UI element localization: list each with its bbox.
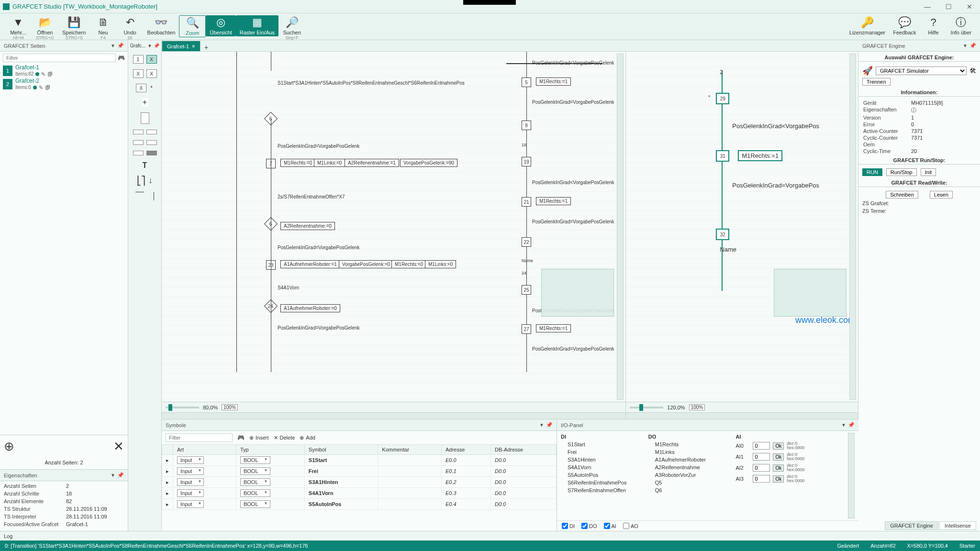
zoom-slider[interactable] bbox=[630, 407, 663, 408]
delete-button[interactable]: ✕Delete bbox=[274, 435, 295, 441]
typ-select[interactable]: BOOL bbox=[240, 456, 270, 464]
zoom-100-button[interactable]: 100% bbox=[689, 404, 705, 410]
symbol-filter-input[interactable] bbox=[166, 433, 233, 442]
gamepad-icon[interactable]: 🎮 bbox=[237, 434, 245, 441]
ok-button[interactable]: Ok bbox=[773, 464, 784, 472]
gear-icon[interactable]: 🛠 bbox=[969, 67, 976, 75]
typ-select[interactable]: BOOL bbox=[240, 467, 270, 475]
page-item[interactable]: 1 Grafcet-1 Items:82 ✎ 🗐 bbox=[0, 64, 128, 77]
close-button[interactable]: ✕ bbox=[965, 2, 974, 11]
gamepad-icon[interactable]: 🎮 bbox=[118, 55, 125, 61]
di-item[interactable]: S7ReifenEntnahmeOffen bbox=[561, 486, 644, 494]
action-box[interactable]: M1Rechts:=0 bbox=[280, 159, 315, 167]
scrollbar-v[interactable] bbox=[848, 433, 855, 518]
stencil-arrow-down[interactable]: ↓ bbox=[148, 176, 153, 186]
action-box[interactable]: M1Links:=0 bbox=[425, 260, 456, 268]
table-row[interactable]: ▸ Input BOOL S4A1VornE0.3D0.0 bbox=[162, 488, 557, 499]
art-select[interactable]: Input bbox=[177, 500, 204, 508]
step-node[interactable]: 21 bbox=[522, 197, 531, 207]
tool-license[interactable]: 🔑Lizenzmanager bbox=[846, 15, 889, 36]
add-tab-button[interactable]: + bbox=[201, 44, 211, 51]
action-box[interactable]: VorgabePosGelenk:=0 bbox=[339, 260, 393, 268]
table-row[interactable]: ▸ Input BOOL S5AutoInPosE0.4D0.0 bbox=[162, 499, 557, 510]
stencil-enclose[interactable] bbox=[141, 112, 149, 124]
stencil-bar3[interactable] bbox=[133, 140, 144, 145]
log-row[interactable]: Log bbox=[0, 531, 980, 540]
io-check[interactable]: AO bbox=[623, 523, 638, 529]
tool-help[interactable]: ?Hilfe bbox=[920, 15, 947, 36]
step-node[interactable]: 31 bbox=[716, 150, 729, 162]
minimap[interactable] bbox=[541, 269, 614, 317]
stencil-step3[interactable]: X bbox=[146, 69, 157, 78]
do-item[interactable]: A1AufnehmerRoboter bbox=[648, 456, 731, 463]
ai-input[interactable] bbox=[753, 464, 770, 472]
disconnect-button[interactable]: Trennen bbox=[862, 78, 891, 86]
typ-select[interactable]: BOOL bbox=[240, 489, 270, 497]
tool-about[interactable]: ⓘInfo über bbox=[947, 15, 975, 36]
tab-grafcet-1[interactable]: Grafcet-1× bbox=[162, 41, 200, 51]
page-item[interactable]: 2 Grafcet-2 Items:0 ✎ 🗐 bbox=[0, 77, 128, 91]
stencil-hline[interactable] bbox=[135, 192, 144, 192]
io-check[interactable]: AI bbox=[604, 523, 616, 529]
engine-select[interactable]: GRAFCET Simulator bbox=[876, 66, 967, 75]
do-item[interactable]: A3RoboterVorZur bbox=[648, 471, 731, 479]
step-node[interactable]: 5 bbox=[522, 77, 531, 87]
minimize-button[interactable]: — bbox=[923, 2, 932, 11]
do-item[interactable]: A2Reifenentnahme bbox=[648, 463, 731, 471]
pages-filter-input[interactable] bbox=[3, 54, 116, 62]
write-button[interactable]: Schreiben bbox=[886, 191, 918, 198]
add-page-button[interactable]: ⊕ bbox=[4, 439, 14, 454]
stencil-step-x[interactable]: X bbox=[146, 55, 157, 64]
stencil-bar6[interactable] bbox=[146, 151, 157, 155]
di-item[interactable]: S1Start bbox=[561, 441, 644, 448]
ok-button[interactable]: Ok bbox=[773, 442, 784, 450]
do-item[interactable]: M1Rechts bbox=[648, 441, 731, 448]
delete-page-button[interactable]: ✕ bbox=[113, 439, 124, 454]
canvas-grafcet-2[interactable]: 2 * 29 PosGelenkInGrad<VorgabePos 31 M1R… bbox=[626, 52, 858, 402]
ai-input[interactable] bbox=[753, 475, 770, 483]
table-row[interactable]: ▸ Input BOOL S1StartE0.0D0.0 bbox=[162, 455, 557, 466]
io-check[interactable]: DI bbox=[562, 523, 575, 529]
tool-search[interactable]: 🔎SuchenStrg+F bbox=[278, 15, 305, 41]
tool-new[interactable]: 🗎NeuF4 bbox=[90, 15, 117, 41]
ai-input[interactable] bbox=[753, 442, 770, 450]
stencil-bar4[interactable] bbox=[146, 140, 157, 145]
action-box[interactable]: A2Reifenentnahme:=0 bbox=[280, 222, 335, 230]
do-item[interactable]: M1Links bbox=[648, 448, 731, 456]
canvas-grafcet-1[interactable]: 6 S1Start*S3A1Hinten*S5AutoInPos*S8Reife… bbox=[162, 52, 625, 402]
di-item[interactable]: S3A1Hinten bbox=[561, 456, 644, 463]
step-node[interactable]: 8 bbox=[522, 121, 531, 130]
tool-undo[interactable]: ↶Undo26 bbox=[117, 15, 144, 41]
stencil-bar2[interactable] bbox=[146, 130, 157, 134]
action-box[interactable]: VorgabePosGelenk:=90 bbox=[400, 159, 457, 167]
tool-grid[interactable]: ▦Raster Ein/Aus bbox=[236, 15, 278, 36]
ok-button[interactable]: Ok bbox=[773, 453, 784, 461]
pin-icon[interactable]: 📌 bbox=[117, 43, 124, 49]
zoom-slider[interactable] bbox=[166, 407, 199, 408]
runstop-button[interactable]: Run/Stop bbox=[886, 168, 917, 176]
minimap[interactable] bbox=[774, 269, 846, 317]
pin-icon[interactable]: 📌 bbox=[117, 472, 124, 478]
step-node[interactable]: 29 bbox=[716, 93, 729, 104]
di-item[interactable]: Frei bbox=[561, 448, 644, 456]
tool-overview[interactable]: ◎Übersicht bbox=[206, 15, 235, 36]
tab-engine[interactable]: GRAFCET Engine bbox=[885, 521, 938, 530]
art-select[interactable]: Input bbox=[177, 467, 204, 475]
insert-button[interactable]: ⊕Insert bbox=[249, 435, 269, 441]
scrollbar-v[interactable] bbox=[849, 54, 856, 400]
di-item[interactable]: S4A1Vorn bbox=[561, 463, 644, 471]
stencil-bar1[interactable] bbox=[133, 130, 144, 134]
stencil-bracket[interactable]: ⎣⎤ bbox=[137, 176, 145, 186]
typ-select[interactable]: BOOL bbox=[240, 478, 270, 486]
action-box[interactable]: A1AufnehmerRoboter:=1 bbox=[280, 260, 340, 268]
transition-text[interactable]: S1Start*S3A1Hinten*S5AutoInPos*S8ReifenE… bbox=[278, 80, 465, 86]
step-node[interactable]: 32 bbox=[716, 229, 729, 240]
add-button[interactable]: ⊕Add bbox=[300, 435, 315, 441]
stencil-bar5[interactable] bbox=[133, 151, 144, 155]
pin-icon[interactable]: 📌 bbox=[848, 422, 855, 428]
ai-input[interactable] bbox=[753, 453, 770, 461]
tool-watch[interactable]: 👓Beobachten bbox=[144, 15, 179, 36]
stencil-macro[interactable]: X bbox=[136, 84, 146, 92]
action-box[interactable]: A2Reifenentnahme:=1 bbox=[345, 159, 399, 167]
action-box[interactable]: M1Rechts:=1 bbox=[738, 150, 782, 161]
